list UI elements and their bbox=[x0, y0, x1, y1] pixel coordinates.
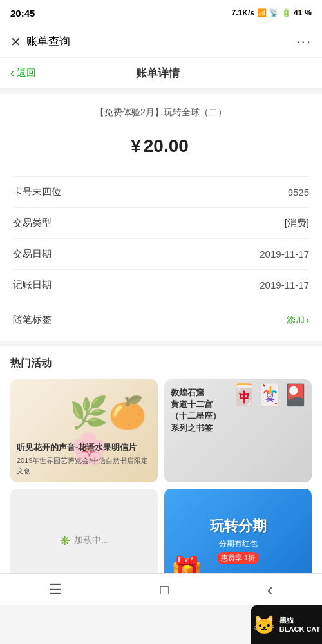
transaction-date-label: 交易日期 bbox=[13, 248, 52, 260]
account-date-label: 记账日期 bbox=[13, 279, 52, 291]
card-number-value: 9525 bbox=[288, 187, 309, 198]
close-button[interactable]: ✕ bbox=[10, 34, 21, 50]
transaction-date-value: 2019-11-17 bbox=[260, 249, 309, 260]
status-time: 20:45 bbox=[10, 8, 35, 19]
wifi-icon: 📡 bbox=[269, 8, 279, 17]
more-button[interactable]: ··· bbox=[296, 33, 312, 50]
status-icons: 7.1K/s 📶 📡 🔋 41 % bbox=[232, 8, 312, 17]
dunhuang-line2: 黄道十二宫 bbox=[171, 399, 305, 410]
hot-title: 热门活动 bbox=[10, 357, 312, 370]
cat-english-name: BLACK CAT bbox=[279, 625, 320, 634]
bill-detail-section: 【免费体验2月】玩转全球（二） ¥20.00 卡号末四位 9525 交易类型 [… bbox=[0, 94, 322, 341]
add-tag-button[interactable]: 添加 › bbox=[287, 314, 309, 326]
card-number-row: 卡号末四位 9525 bbox=[13, 176, 309, 207]
transaction-type-value: [消费] bbox=[285, 217, 309, 229]
currency-symbol: ¥ bbox=[131, 136, 141, 156]
black-cat-inner: 🐱 黑猫 BLACK CAT bbox=[253, 614, 320, 636]
signal-icon: 📶 bbox=[257, 8, 267, 17]
top-bar-title: 账单查询 bbox=[26, 34, 70, 49]
hot-card-dunhuang[interactable]: 敦煌石窟 黄道十二宫 （十二星座） 系列之书签 🀄🃏🎴 bbox=[164, 379, 312, 482]
bill-amount: ¥20.00 bbox=[13, 126, 309, 158]
black-cat-watermark: 🐱 黑猫 BLACK CAT bbox=[251, 605, 322, 644]
nature-card-bg: 🌿🍊🌸 听见花开的声音-花语水果明信片 2019年世界园艺博览会/中信自然书店限… bbox=[10, 379, 158, 482]
cat-text: 黑猫 BLACK CAT bbox=[279, 616, 320, 634]
promo-badge: 惠费享 1折 bbox=[217, 552, 259, 564]
back-label: 返回 bbox=[17, 67, 36, 79]
promo-subtitle: 分期有红包 bbox=[219, 538, 258, 549]
bill-title: 【免费体验2月】玩转全球（二） bbox=[13, 107, 309, 118]
loading-text: 加载中... bbox=[74, 535, 109, 546]
battery-icon: 🔋 bbox=[281, 8, 291, 17]
status-bar: 20:45 7.1K/s 📶 📡 🔋 41 % bbox=[0, 0, 322, 26]
card-number-label: 卡号末四位 bbox=[13, 186, 61, 198]
promo-title: 玩转分期 bbox=[210, 516, 267, 536]
top-bar: ✕ 账单查询 ··· bbox=[0, 26, 322, 58]
menu-button[interactable]: ☰ bbox=[49, 582, 62, 598]
back-button[interactable]: ‹ 返回 bbox=[10, 66, 36, 80]
nature-card-subtitle: 2019年世界园艺博览会/中信自然书店限定文创 bbox=[17, 456, 151, 476]
chevron-right-icon: › bbox=[306, 315, 309, 325]
dunhuang-line4: 系列之书签 bbox=[171, 422, 305, 434]
dunhuang-line1: 敦煌石窟 bbox=[171, 387, 305, 399]
hot-grid: 🌿🍊🌸 听见花开的声音-花语水果明信片 2019年世界园艺博览会/中信自然书店限… bbox=[10, 379, 312, 592]
nav-bar: ‹ 返回 账单详情 bbox=[0, 58, 322, 89]
amount-value: 20.00 bbox=[144, 136, 189, 156]
nature-card-title: 听见花开的声音-花语水果明信片 bbox=[17, 442, 151, 453]
account-date-value: 2019-11-17 bbox=[260, 279, 309, 290]
hot-activities-section: 热门活动 🌿🍊🌸 听见花开的声音-花语水果明信片 2019年世界园艺博览会/中信… bbox=[0, 346, 322, 602]
add-tag-label: 添加 bbox=[287, 314, 305, 326]
battery-percent: % bbox=[305, 8, 312, 17]
chevron-left-icon: ‹ bbox=[10, 66, 14, 80]
cat-icon: 🐱 bbox=[253, 614, 276, 636]
tag-label: 随笔标签 bbox=[13, 314, 52, 326]
account-date-row: 记账日期 2019-11-17 bbox=[13, 269, 309, 300]
cat-chinese-name: 黑猫 bbox=[279, 616, 320, 625]
hot-card-nature[interactable]: 🌿🍊🌸 听见花开的声音-花语水果明信片 2019年世界园艺博览会/中信自然书店限… bbox=[10, 379, 158, 482]
transaction-date-row: 交易日期 2019-11-17 bbox=[13, 238, 309, 269]
top-bar-left: ✕ 账单查询 bbox=[10, 34, 70, 50]
home-button[interactable]: □ bbox=[160, 582, 169, 598]
transaction-type-label: 交易类型 bbox=[13, 217, 52, 229]
page-title: 账单详情 bbox=[36, 66, 279, 80]
loading-icon: ✳️ bbox=[59, 535, 70, 545]
dunhuang-title: 敦煌石窟 黄道十二宫 （十二星座） 系列之书签 bbox=[171, 387, 305, 434]
back-nav-button[interactable]: ‹ bbox=[267, 580, 272, 600]
battery-value: 41 bbox=[294, 8, 302, 17]
tag-row: 随笔标签 添加 › bbox=[13, 303, 309, 326]
bottom-nav: ☰ □ ‹ bbox=[0, 573, 322, 605]
nature-card-text: 听见花开的声音-花语水果明信片 2019年世界园艺博览会/中信自然书店限定文创 bbox=[17, 442, 151, 476]
dunhuang-line3: （十二星座） bbox=[171, 410, 305, 422]
network-speed: 7.1K/s bbox=[232, 8, 254, 17]
transaction-type-row: 交易类型 [消费] bbox=[13, 207, 309, 238]
